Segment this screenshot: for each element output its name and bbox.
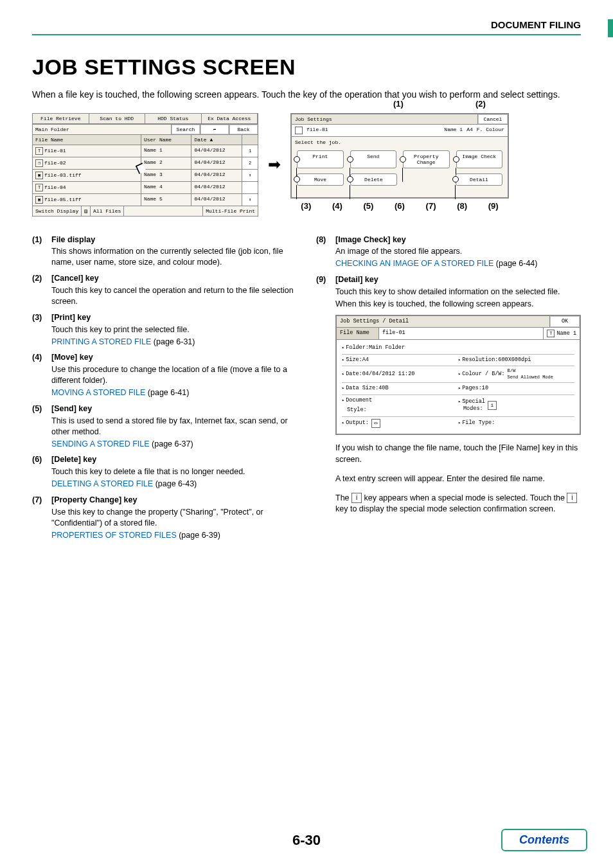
page-1-indicator: 1 [245,148,255,154]
search-button[interactable]: Search [171,125,200,134]
callout-7: (7) [426,201,436,211]
file-icon: T [35,184,43,191]
col-hdr-file[interactable]: File Name [33,135,141,145]
callout-4: (4) [332,201,342,211]
cancel-button[interactable]: Cancel [477,114,508,124]
property-change-button[interactable]: Property Change [403,150,450,168]
link-deleting[interactable]: DELETING A STORED FILE [51,479,153,488]
callout-1: (1) [393,99,404,109]
col-hdr-date[interactable]: Date ▲ [191,135,242,145]
detail-title: Job Settings / Detail [337,316,549,327]
file-name-button[interactable]: File Name [337,328,379,339]
select-prompt: Select the job. [292,137,508,146]
all-files-button[interactable]: All Files [91,206,124,216]
link-sending[interactable]: SENDING A STORED FILE [51,439,150,448]
switch-display-button[interactable]: Switch Display [33,206,82,216]
callout-5: (5) [363,201,373,211]
explain-right-column: (8)[Image Check] key An image of the sto… [316,229,581,542]
job-settings-title: Job Settings [292,114,477,124]
view-mode-icon[interactable]: ▤ [82,206,91,216]
info-icon[interactable]: i [488,401,497,410]
page-2-indicator: 2 [245,161,255,166]
intro-text: When a file key is touched, the followin… [32,89,581,102]
table-row[interactable]: Tfile-01 Name 1 04/04/2012 1 [33,145,258,157]
callout-3: (3) [301,201,311,211]
sort-asc-icon: ▲ [209,137,213,143]
file-display: file-01 Name 1 A4 F. Colour [292,125,508,137]
link-checking-image[interactable]: CHECKING AN IMAGE OF A STORED FILE [335,259,493,268]
move-button[interactable]: Move [297,173,344,186]
scroll-up-icon[interactable]: ⬆ [245,173,255,178]
back-button[interactable]: Back [229,125,258,134]
callout-9: (9) [488,201,499,211]
file-icon: ▣ [35,196,43,204]
info-icon: i [567,493,577,503]
callout-6: (6) [395,201,405,211]
info-icon: i [351,493,362,503]
user-icon: T [547,330,555,337]
table-row[interactable]: Tfile-04 Name 4 04/04/2012 [33,181,258,193]
tab-hdd-status[interactable]: HDD Status [145,114,202,123]
spacer [404,173,449,186]
post-detail-p3: The i key appears when a special mode is… [335,493,581,515]
tab-scan-to-hdd[interactable]: Scan to HDD [89,114,146,123]
table-row[interactable]: ❐file-02 Name 2 04/04/2012 2 [33,157,258,169]
image-check-button[interactable]: Image Check [456,150,503,168]
callout-8: (8) [457,201,467,211]
contents-button[interactable]: Contents [501,829,587,851]
job-settings-panel: Job Settings Cancel file-01 Name 1 A4 F.… [290,113,509,199]
page-title: JOB SETTINGS SCREEN [32,55,581,80]
link-properties[interactable]: PROPERTIES OF STORED FILES [51,531,177,540]
post-detail-p2: A text entry screen will appear. Enter t… [335,474,581,485]
col-hdr-user[interactable]: User Name [141,135,192,145]
breadcrumb: DOCUMENT FILING [32,19,581,35]
detail-panel: Job Settings / Detail OK File Name file-… [335,315,581,435]
explain-left-column: (1)File display This shows information o… [32,229,297,542]
arrow-right-icon: ➡ [265,155,284,173]
post-detail-p1: If you wish to change the file name, tou… [335,443,581,465]
file-icon: ▣ [35,172,43,179]
print-button[interactable]: Print [297,150,344,168]
ok-button[interactable]: OK [549,316,580,327]
user-name-display: TName 1 [543,328,580,339]
file-icon [295,127,303,134]
send-button[interactable]: Send [350,150,397,168]
tab-ex-data-access[interactable]: Ex Data Access [202,114,258,123]
detail-button[interactable]: Detail [456,173,502,186]
table-row[interactable]: ▣file-05.tiff Name 5 04/04/2012 ⬇ [33,193,258,206]
output-icon: ▭ [371,419,380,428]
callout-2: (2) [475,99,486,109]
link-moving[interactable]: MOVING A STORED FILE [51,388,145,397]
file-icon: ❐ [35,159,43,167]
main-folder-label: Main Folder [33,125,171,134]
multi-file-print-button[interactable]: Multi-File Print [202,206,258,216]
tab-file-retrieve[interactable]: File Retrieve [33,114,89,123]
file-list-panel: File Retrieve Scan to HDD HDD Status Ex … [32,113,258,217]
link-printing[interactable]: PRINTING A STORED FILE [51,337,151,346]
file-icon: T [35,147,43,155]
delete-button[interactable]: Delete [350,173,397,186]
back-arrow-icon[interactable]: ⬅ [200,125,229,134]
scroll-down-icon[interactable]: ⬇ [245,197,255,202]
file-name-value: file-01 [379,328,543,339]
